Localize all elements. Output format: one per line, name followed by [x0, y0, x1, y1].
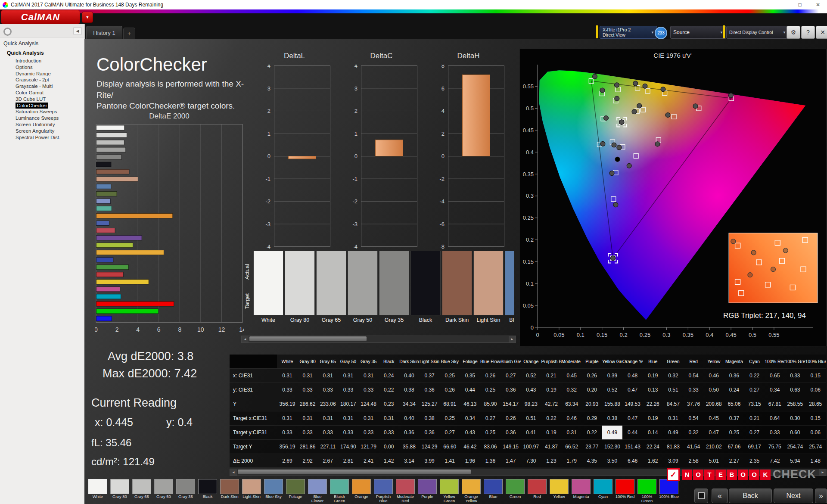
table-cell[interactable]: 0.27: [744, 426, 765, 440]
table-cell[interactable]: 0.33: [298, 426, 318, 440]
table-cell[interactable]: 68.91: [440, 397, 460, 411]
table-cell[interactable]: 0.36: [419, 426, 439, 440]
table-cell[interactable]: 0.32: [684, 426, 704, 440]
table-cell[interactable]: 0.38: [602, 411, 622, 426]
palette-swatch-white[interactable]: White: [88, 479, 108, 503]
table-cell[interactable]: 0.31: [318, 369, 338, 383]
table-cell[interactable]: 0.34: [765, 383, 785, 397]
table-cell[interactable]: 258.55: [785, 397, 805, 411]
table-cell[interactable]: 35.88: [399, 440, 419, 454]
table-cell[interactable]: 0.22: [582, 426, 602, 440]
table-cell[interactable]: 0.26: [501, 411, 521, 426]
table-cell[interactable]: 5.01: [704, 454, 724, 468]
sidebar-item-dynamic-range[interactable]: Dynamic Range: [16, 71, 60, 77]
palette-swatch-orange-yellow[interactable]: Orange Yellow: [461, 479, 481, 503]
table-cell[interactable]: 0.52: [602, 383, 622, 397]
settings-button[interactable]: ⚙: [787, 26, 800, 39]
table-cell[interactable]: 1.36: [480, 454, 501, 468]
table-cell[interactable]: 0.33: [684, 383, 704, 397]
table-cell[interactable]: 0.49: [602, 426, 622, 440]
palette-swatch-gray-80[interactable]: Gray 80: [110, 479, 130, 503]
table-cell[interactable]: 84.57: [663, 397, 683, 411]
table-cell[interactable]: 83.06: [480, 440, 501, 454]
table-cell[interactable]: 75.75: [765, 440, 785, 454]
table-cell[interactable]: 0.33: [379, 426, 399, 440]
table-cell[interactable]: 0.47: [622, 383, 643, 397]
table-cell[interactable]: 0.31: [338, 411, 358, 426]
next-button[interactable]: Next: [774, 488, 813, 503]
table-cell[interactable]: 0.25: [480, 426, 501, 440]
sidebar-item-grayscale-multi[interactable]: Grayscale - Multi: [16, 83, 60, 90]
table-cell[interactable]: 3.50: [602, 454, 622, 468]
table-cell[interactable]: 149.53: [622, 397, 643, 411]
table-cell[interactable]: 46.13: [460, 397, 480, 411]
table-cell[interactable]: 100.97: [521, 440, 541, 454]
table-cell[interactable]: 0.33: [318, 426, 338, 440]
table-cell[interactable]: 0.48: [622, 369, 643, 383]
strip-scrollbar[interactable]: ◄ ►: [241, 336, 516, 343]
table-cell[interactable]: 0.19: [541, 426, 561, 440]
scroll-right-arrow[interactable]: ►: [819, 469, 826, 476]
palette-swatch-100-blue[interactable]: 100% Blue: [659, 479, 679, 503]
table-cell[interactable]: 0.20: [582, 383, 602, 397]
table-cell[interactable]: 69.17: [744, 440, 765, 454]
table-cell[interactable]: 67.06: [724, 440, 744, 454]
meter-dropdown[interactable]: X-Rite i1Pro 2 Direct View ▼: [600, 26, 657, 39]
table-cell[interactable]: 0.38: [399, 383, 419, 397]
table-cell[interactable]: 0.40: [399, 369, 419, 383]
table-cell[interactable]: 124.48: [358, 397, 379, 411]
sidebar-item-saturation-sweeps[interactable]: Saturation Sweeps: [16, 109, 60, 115]
palette-swatch-100-green[interactable]: 100% Green: [637, 479, 657, 503]
table-cell[interactable]: 0.65: [765, 369, 785, 383]
table-cell[interactable]: 1.79: [562, 454, 582, 468]
table-cell[interactable]: 0.35: [460, 369, 480, 383]
sidebar-item-spectral-power-dist-[interactable]: Spectral Power Dist.: [16, 134, 60, 141]
table-cell[interactable]: 124.29: [419, 440, 439, 454]
table-cell[interactable]: 0.31: [663, 411, 683, 426]
palette-swatch-moderate-red[interactable]: Moderate Red: [395, 479, 415, 503]
palette-swatch-gray-65[interactable]: Gray 65: [132, 479, 152, 503]
table-cell[interactable]: 121.79: [358, 440, 379, 454]
table-cell[interactable]: 0.31: [277, 369, 297, 383]
table-cell[interactable]: 25.74: [805, 440, 826, 454]
table-cell[interactable]: 0.33: [277, 426, 297, 440]
table-cell[interactable]: 0.21: [744, 411, 765, 426]
table-cell[interactable]: 3.99: [419, 454, 439, 468]
table-cell[interactable]: 0.31: [562, 426, 582, 440]
table-cell[interactable]: 0.54: [684, 369, 704, 383]
table-cell[interactable]: 0.33: [338, 383, 358, 397]
table-cell[interactable]: 0.24: [724, 383, 744, 397]
palette-swatch-purple[interactable]: Purple: [417, 479, 437, 503]
calman-menu-button[interactable]: ▼: [82, 12, 93, 23]
table-cell[interactable]: 1.47: [501, 454, 521, 468]
table-cell[interactable]: 0.63: [785, 383, 805, 397]
maximize-button[interactable]: □: [791, 0, 809, 9]
palette-swatch-blue-flower[interactable]: Blue Flower: [308, 479, 327, 503]
palette-swatch-gray-35[interactable]: Gray 35: [176, 479, 196, 503]
back-fast-button[interactable]: «: [712, 488, 728, 503]
table-cell[interactable]: 65.06: [724, 397, 744, 411]
add-tab-button[interactable]: +: [123, 28, 135, 40]
sidebar-item-grayscale-2pt[interactable]: Grayscale - 2pt: [16, 77, 60, 83]
table-cell[interactable]: 0.51: [521, 411, 541, 426]
table-cell[interactable]: 0.22: [541, 411, 561, 426]
table-cell[interactable]: 2.81: [338, 454, 358, 468]
table-cell[interactable]: 0.36: [501, 426, 521, 440]
table-cell[interactable]: 66.52: [562, 440, 582, 454]
palette-swatch-yellow-green[interactable]: Yellow Green: [439, 479, 459, 503]
table-cell[interactable]: 0.21: [541, 369, 561, 383]
table-cell[interactable]: 0.31: [358, 369, 379, 383]
scroll-right-arrow[interactable]: ►: [509, 336, 516, 342]
table-cell[interactable]: 1.48: [805, 454, 826, 468]
table-cell[interactable]: 0.31: [277, 411, 297, 426]
table-cell[interactable]: 0.13: [643, 383, 663, 397]
table-cell[interactable]: 2.35: [744, 454, 765, 468]
palette-swatch-bluish-green[interactable]: Bluish Green: [330, 479, 349, 503]
table-cell[interactable]: 0.33: [358, 383, 379, 397]
table-cell[interactable]: 0.31: [298, 411, 318, 426]
table-cell[interactable]: 1.62: [643, 454, 663, 468]
table-cell[interactable]: 227.11: [318, 440, 338, 454]
table-cell[interactable]: 0.51: [663, 383, 683, 397]
close-panel-button[interactable]: ✕: [816, 26, 827, 39]
sidebar-item-options[interactable]: Options: [16, 64, 60, 71]
